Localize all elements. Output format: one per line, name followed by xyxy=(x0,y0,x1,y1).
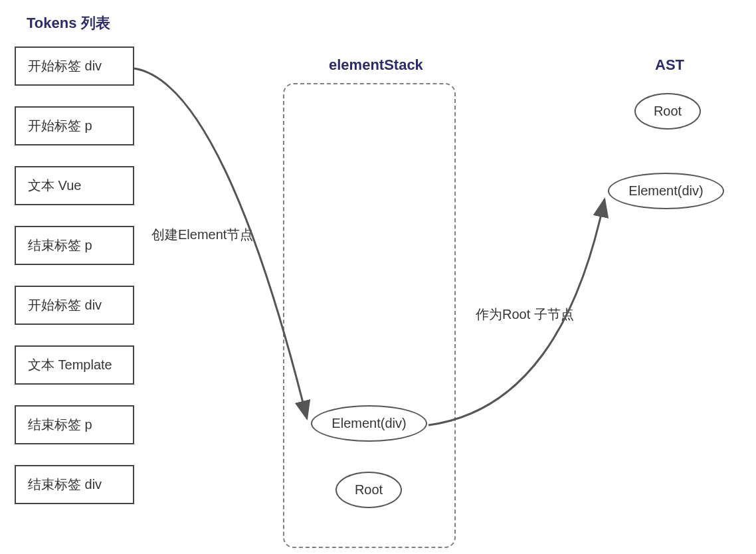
stack-root: Root xyxy=(335,472,402,508)
as-root-child-label: 作为Root 子节点 xyxy=(476,306,574,323)
token-box: 开始标签 div xyxy=(15,46,134,86)
ast-heading: AST xyxy=(655,56,684,74)
stack-heading: elementStack xyxy=(329,56,423,74)
ast-root: Root xyxy=(634,93,701,130)
token-box: 开始标签 div xyxy=(15,286,134,325)
ast-element-div: Element(div) xyxy=(608,173,724,209)
stack-element-div: Element(div) xyxy=(311,405,427,442)
token-box: 文本 Template xyxy=(15,345,134,385)
token-box: 文本 Vue xyxy=(15,166,134,205)
tokens-heading: Tokens 列表 xyxy=(27,13,110,33)
token-box: 结束标签 p xyxy=(15,405,134,444)
token-box: 结束标签 div xyxy=(15,465,134,504)
create-element-label: 创建Element节点 xyxy=(151,226,253,244)
token-box: 开始标签 p xyxy=(15,106,134,145)
token-box: 结束标签 p xyxy=(15,226,134,265)
